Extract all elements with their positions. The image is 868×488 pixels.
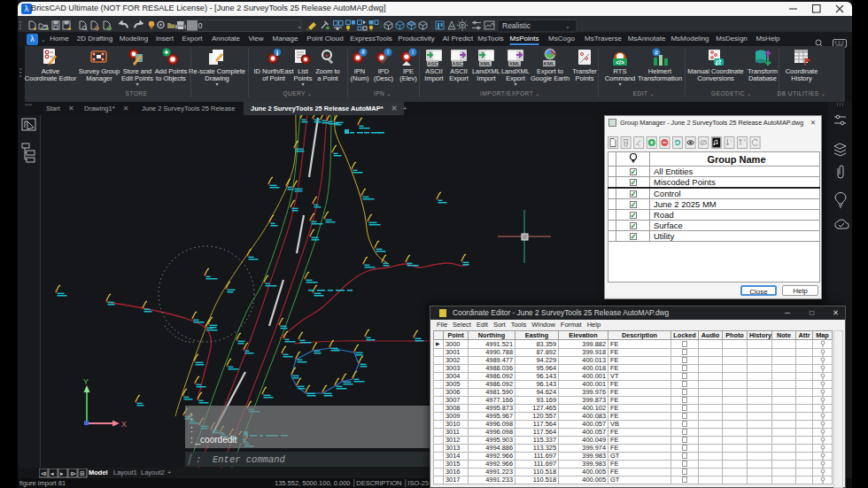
svg-text:#: # (655, 50, 658, 56)
svg-text:▸: ▸ (60, 470, 64, 476)
svg-text:⌄: ⌄ (297, 22, 303, 30)
svg-text:⌄: ⌄ (565, 23, 570, 29)
svg-text:⧐: ⧐ (70, 470, 76, 476)
svg-text:◂: ◂ (50, 470, 54, 476)
svg-text:Realistic: Realistic (502, 21, 531, 30)
svg-text:0: 0 (198, 21, 203, 30)
svg-text:⧏: ⧏ (41, 470, 47, 476)
svg-text:X: X (121, 420, 127, 429)
svg-text:⊞: ⊞ (80, 470, 85, 476)
svg-text:!: ! (730, 138, 731, 143)
svg-text:?: ? (743, 138, 746, 143)
svg-text:Y: Y (83, 377, 89, 386)
